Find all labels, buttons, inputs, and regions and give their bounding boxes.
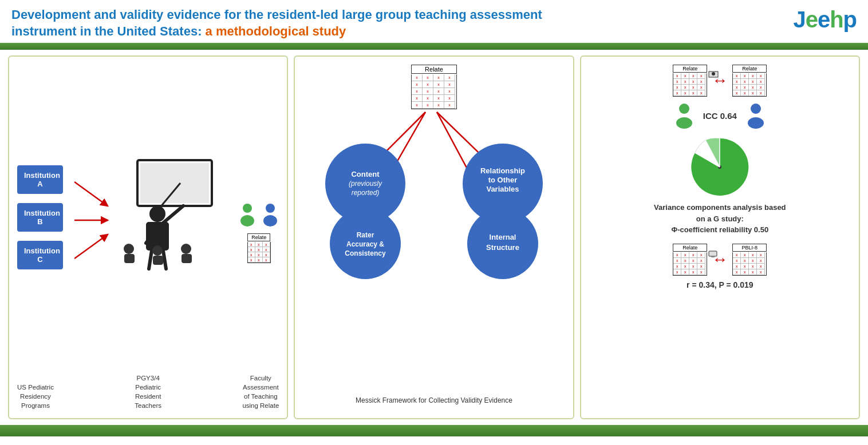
middle-diagram-svg: Content (previously reported) Relationsh… (314, 109, 554, 281)
left-panel: Institution A Institution B Institution … (8, 55, 288, 419)
right-relate-table2: Relate x x x x x x x x x (732, 65, 767, 97)
svg-point-46 (676, 117, 692, 129)
svg-rect-14 (124, 254, 135, 263)
svg-point-47 (751, 104, 761, 114)
bottom-green-bar (0, 425, 868, 436)
svg-text:Structure: Structure (486, 243, 519, 252)
svg-point-21 (266, 204, 275, 213)
svg-line-11 (149, 251, 152, 269)
svg-text:Content: Content (351, 170, 380, 178)
svg-point-13 (124, 244, 134, 254)
svg-rect-54 (711, 256, 715, 257)
correlation-text: r = 0.34, P = 0.019 (589, 280, 851, 289)
svg-text:(previously: (previously (349, 180, 382, 188)
svg-line-1 (74, 182, 108, 206)
blue-person-icon-large (746, 102, 766, 129)
pbli-table: PBLI-8 x x x x x x x x x (732, 244, 767, 276)
label-pgy: PGY3/4PediatricResidentTeachers (135, 374, 161, 410)
middle-relate-grid: x x x x x x x x x x x x (411, 74, 457, 109)
institution-b: Institution B (17, 203, 63, 232)
grid-cell: x (263, 252, 270, 257)
svg-point-20 (240, 215, 254, 227)
svg-text:reported): reported) (352, 189, 380, 197)
svg-point-48 (748, 117, 764, 129)
grid-cell: x (263, 247, 270, 252)
svg-point-44 (712, 72, 715, 76)
circles-area: Content (previously reported) Relationsh… (303, 109, 565, 410)
relate-mini-label: Relate (247, 233, 270, 241)
svg-text:to Other: to Other (488, 176, 518, 184)
icc-row: ICC 0.64 (589, 102, 851, 129)
main-content: Institution A Institution B Institution … (0, 50, 868, 425)
person-icon-right1 (708, 71, 719, 86)
svg-point-45 (679, 104, 689, 114)
grid-cell: x (263, 257, 270, 263)
grid-cell: x (248, 257, 255, 263)
middle-panel: Relate x x x x x x x x x (294, 55, 574, 419)
label-faculty: FacultyAssessmentof Teachingusing Relate (242, 374, 279, 410)
svg-point-17 (181, 244, 191, 254)
svg-rect-18 (182, 254, 192, 263)
middle-relate-table: Relate x x x x x x x x x (411, 65, 457, 109)
svg-text:Relationship: Relationship (480, 166, 525, 175)
grid-cell: x (248, 247, 255, 252)
pbli-label: PBLI-8 (732, 244, 767, 252)
grid-cell: x (255, 242, 263, 247)
title-line2: instrument in the United States: (11, 24, 202, 38)
green-person-icon (239, 202, 256, 229)
svg-rect-53 (709, 251, 717, 256)
svg-text:Variables: Variables (486, 185, 519, 193)
teacher-figure-svg (103, 154, 229, 280)
red-arrows-svg (74, 160, 115, 286)
top-green-bar (0, 43, 868, 50)
right-top-row: Relate x x x x (589, 65, 851, 97)
grid-cell: x (248, 242, 255, 247)
right-panel: Relate x x x x (580, 55, 860, 419)
svg-text:Consistency: Consistency (345, 249, 386, 257)
institution-a: Institution A (17, 165, 63, 194)
journal-logo: Jeehp (793, 7, 857, 33)
grid-cell: x (263, 242, 270, 247)
svg-rect-16 (153, 256, 163, 265)
left-bottom-labels: US PediatricResidencyPrograms PGY3/4Pedi… (17, 374, 279, 410)
screen-icon (708, 251, 717, 259)
middle-inner: Relate x x x x x x x x x (303, 65, 565, 410)
relate-table-mini: Relate x x x x x x (247, 233, 271, 263)
grid-cell: x (255, 252, 263, 257)
variance-text: Variance components analysis basedon a G… (589, 202, 851, 236)
institutions-list: Institution A Institution B Institution … (17, 165, 63, 269)
svg-point-19 (243, 204, 252, 213)
pie-chart-svg (688, 136, 751, 198)
pie-chart-container (589, 136, 851, 198)
right-relate-table1: Relate x x x x (673, 65, 707, 97)
title-line1: Development and validity evidence for th… (11, 7, 542, 22)
right-relate-label2: Relate (732, 65, 767, 73)
messick-label: Messick Framework for Collecting Validit… (303, 392, 565, 404)
green-person-icon-large (674, 102, 694, 129)
grid-cell: x (255, 257, 263, 263)
bottom-relate-label: Relate (673, 244, 707, 252)
page-title: Development and validity evidence for th… (11, 7, 542, 39)
label-us-programs: US PediatricResidencyPrograms (17, 383, 54, 410)
grid-cell: x (255, 247, 263, 252)
svg-point-15 (152, 245, 163, 256)
svg-point-7 (149, 206, 165, 222)
left-content-area: Institution A Institution B Institution … (17, 65, 279, 370)
title-highlight: a methodological study (202, 24, 346, 38)
relate-mini-area: Relate x x x x x x (239, 202, 279, 263)
page-header: Development and validity evidence for th… (0, 0, 868, 43)
svg-text:Accuracy &: Accuracy & (346, 240, 384, 248)
middle-relate-header: Relate (411, 65, 457, 74)
svg-text:Rater: Rater (357, 231, 374, 239)
svg-rect-5 (140, 163, 209, 203)
svg-point-22 (263, 215, 277, 227)
svg-text:Internal: Internal (490, 233, 516, 241)
right-relate-label1: Relate (673, 65, 707, 73)
relate-mini-grid: x x x x x x x x (247, 242, 271, 263)
grid-cell: x (248, 252, 255, 257)
bottom-relate-table: Relate x x x x (673, 244, 707, 276)
svg-line-3 (74, 235, 108, 259)
blue-person-icon (262, 202, 279, 229)
icc-value: ICC 0.64 (703, 111, 737, 121)
right-bottom-row: Relate x x x x (589, 244, 851, 276)
